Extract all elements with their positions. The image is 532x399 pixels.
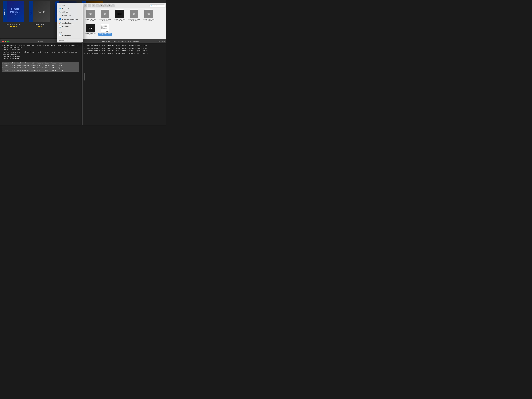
file-name: Resident Evil 2 – Dual Sh...ck 1).bin xyxy=(84,19,97,21)
finder-content: ▓▓▓ BIN Resident Evil 2 – Dual Sh...ck 1… xyxy=(82,8,166,42)
editor-line-selected: Resident Evil 2 – Dual Shock Ver. (USA) … xyxy=(2,62,79,64)
creative-cloud-label: Creative Cloud Files xyxy=(62,18,78,20)
favorites-section: Favorites 💧 Dropbox 📡 AirDrop ⬇ Download… xyxy=(57,3,83,29)
toolbar-arrange-button[interactable]: ☰ xyxy=(95,5,99,7)
editor-line-selected: Resident Evil 2 – Dual Shock Ver. (USA) … xyxy=(2,69,79,72)
add-license-label: Add License xyxy=(59,40,68,42)
recents-label: Recents xyxy=(62,26,69,28)
creative-cloud-icon: 🔵 xyxy=(59,18,61,20)
file-item[interactable]: ▓▓▓ BIN Resident Evil 2 – Dual Sh...ck 1… xyxy=(84,10,97,23)
file-item[interactable]: ▓▓▓ BIN Resident Evil 2 – Dual Sh...ck 2… xyxy=(142,10,155,23)
toolbar-tag-button[interactable]: 🏷 xyxy=(108,5,111,7)
toolbar-forward-button[interactable]: › xyxy=(88,5,91,7)
file-name: Resident Evil 2 – Dual Sh...laire).cue xyxy=(84,33,97,36)
editor-line: FILE "Resident Evil 2 – Dual Shock Ver. … xyxy=(2,51,77,53)
editor-line: FILE "Resident Evil 2 – Dual Shock Ver. … xyxy=(2,45,77,46)
add-license-item[interactable]: Add License xyxy=(57,39,83,43)
bin-file-icon: ▓▓▓ BIN xyxy=(144,10,153,18)
file-item[interactable]: ▓▓▓ BIN Resident Evil 2 – Dual Sh...ck 2… xyxy=(98,10,112,23)
search-placeholder: Search xyxy=(153,5,158,6)
maximize-button[interactable] xyxy=(7,41,9,42)
file-name: Resident Evil 2 – Dual Sh...ck 2).bin xyxy=(142,19,155,21)
file-item[interactable]: exec Resident Evil 2 – Dual Sh...laire).… xyxy=(84,24,97,36)
sidebar-item-recents[interactable]: 🕐 Recents xyxy=(57,25,83,29)
bin-file-icon: ▓▓▓ BIN xyxy=(130,10,138,18)
file-item[interactable]: exec Resident Evil 2 – Dual Sh...eon).cu… xyxy=(113,10,126,23)
exec-file-icon: exec xyxy=(115,10,124,18)
applications-icon: 🚀 xyxy=(59,22,61,24)
downloads-icon: ⬇ xyxy=(59,14,61,17)
documents-label: Documents xyxy=(62,34,71,36)
editor-line: TRACK 01 MODE2/2352<CR> xyxy=(2,47,22,49)
dropdown-divider2 xyxy=(57,38,83,39)
game-item[interactable]: PlayStation FRONTMISSION3 Front Mission … xyxy=(0,0,26,38)
editor-line: INDEX 00 00:00:00<CR> xyxy=(2,56,20,57)
editor-window-1: untitled Add License FILE "Resident Evil… xyxy=(0,39,81,125)
editor-row: 2 Resident Evil 2 – Dual Shock Ver. (USA… xyxy=(82,47,166,50)
add-license-button-2[interactable]: Add License xyxy=(157,41,165,42)
line-content: Resident Evil 2 – Dual Shock Ver. (USA) … xyxy=(87,44,166,47)
file-name: Resident Evil 2 – Dual Sh...eon).cue xyxy=(113,19,126,21)
game-item[interactable]: PlayStation GUNDAMBATTLE Gundam Battle ★… xyxy=(26,0,53,38)
editor-line: INDEX 01 00:00:00<CR> xyxy=(2,49,20,51)
cover-art: GUNDAMBATTLE xyxy=(33,1,50,22)
line-content: Resident Evil 2 – Dual Shock Ver. (USA) … xyxy=(87,52,166,55)
file-name: Resident Evil 2 – Dual Sh...ck 1).bin xyxy=(127,19,141,21)
sidebar-item-documents[interactable]: 📄 Documents xyxy=(57,33,83,37)
search-icon: 🔍 xyxy=(151,5,152,6)
line-number: · xyxy=(82,50,87,52)
editor-title-2: Resident Evil 2 - Dual Shock Ver. (USA).… xyxy=(84,41,157,42)
applications-label: Applications xyxy=(62,22,71,24)
exec-file-icon2: exec xyxy=(86,24,95,32)
sidebar-item-airdrop[interactable]: 📡 AirDrop xyxy=(57,10,83,14)
sidebar-item-applications[interactable]: 🚀 Applications xyxy=(57,21,83,25)
bin-file-icon: ▓▓▓ BIN xyxy=(101,10,109,18)
minimize-button[interactable] xyxy=(5,41,6,42)
editor-row: · Resident Evil 2 – Dual Shock Ver. (USA… xyxy=(82,50,166,52)
editor-row: · xyxy=(82,55,166,57)
airdrop-label: AirDrop xyxy=(62,11,68,13)
dropdown-divider xyxy=(57,30,83,30)
editor-content-2[interactable]: 1 Resident Evil 2 – Dual Shock Ver. (USA… xyxy=(82,43,166,125)
editor-window-2: Resident Evil 2 - Dual Shock Ver. (USA).… xyxy=(82,39,166,125)
file-item-selected[interactable]: Resident Evil 2 –Resident Evil 2 – DualR… xyxy=(98,24,112,36)
file-size: ↑ 669 MB xyxy=(88,21,93,23)
file-name: Resident Evil 2 – Dual Sh...ck 2).bin xyxy=(98,19,112,21)
game-title: Gundam Battle xyxy=(35,24,44,25)
editor-titlebar-2: Resident Evil 2 - Dual Shock Ver. (USA).… xyxy=(82,39,166,43)
game-title: Front Mission 3 (USA) xyxy=(6,24,20,25)
scrollbar-thumb-1[interactable] xyxy=(84,73,85,81)
m3u-file-icon: Resident Evil 2 –Resident Evil 2 – DualR… xyxy=(101,24,109,32)
sidebar-item-downloads[interactable]: ⬇ Downloads xyxy=(57,14,83,17)
ps-strip: PlayStation xyxy=(3,1,6,22)
editor-row: 4 Resident Evil 2 – Dual Shock Ver. (USA… xyxy=(82,52,166,55)
icloud-title: iCloud xyxy=(57,31,83,33)
dropbox-label: Dropbox xyxy=(62,7,69,9)
toolbar-view-button[interactable]: ⊞ xyxy=(92,5,95,7)
favorites-title: Favorites xyxy=(57,4,83,6)
airdrop-icon: 📡 xyxy=(59,11,61,13)
downloads-label: Downloads xyxy=(62,15,71,17)
toolbar-dropbox-button[interactable]: 💧 xyxy=(111,5,115,7)
toolbar-share-button[interactable]: ⬆ xyxy=(103,5,107,7)
finder-toolbar: ‹ › ⊞ ☰ ⚙ ⬆ 🏷 💧 🔍 Search xyxy=(82,3,166,8)
toolbar-action-button[interactable]: ⚙ xyxy=(100,5,103,7)
line-number: 1 xyxy=(82,44,87,47)
ps-strip: PlayStation xyxy=(29,1,33,22)
close-button[interactable] xyxy=(2,41,4,42)
editor-line: TRACK 02 AUDIO<CR> xyxy=(2,53,17,55)
bin-file-icon: ▓▓▓ BIN xyxy=(86,10,95,18)
search-box[interactable]: 🔍 Search xyxy=(149,5,165,7)
game-stars: ★★★★★ xyxy=(10,25,17,27)
toolbar-back-button[interactable]: ‹ xyxy=(84,5,87,7)
sidebar-item-dropbox[interactable]: 💧 Dropbox xyxy=(57,6,83,10)
line-number: 2 xyxy=(82,47,87,50)
file-item[interactable]: ▓▓▓ BIN Resident Evil 2 – Dual Sh...ck 1… xyxy=(127,10,141,23)
cover-art: FRONTMISSION3 xyxy=(6,1,24,22)
sidebar-item-creative-cloud[interactable]: 🔵 Creative Cloud Files xyxy=(57,17,83,21)
line-content: Resident Evil 2 – Dual Shock Ver. (USA) … xyxy=(87,47,166,50)
editor-line: INDEX 01 00:02:00<CR> xyxy=(2,58,20,59)
editor-content-1[interactable]: FILE "Resident Evil 2 – Dual Shock Ver. … xyxy=(0,43,81,125)
documents-icon: 📄 xyxy=(59,34,61,37)
file-size: ↑ 671.3 MB xyxy=(131,21,137,23)
